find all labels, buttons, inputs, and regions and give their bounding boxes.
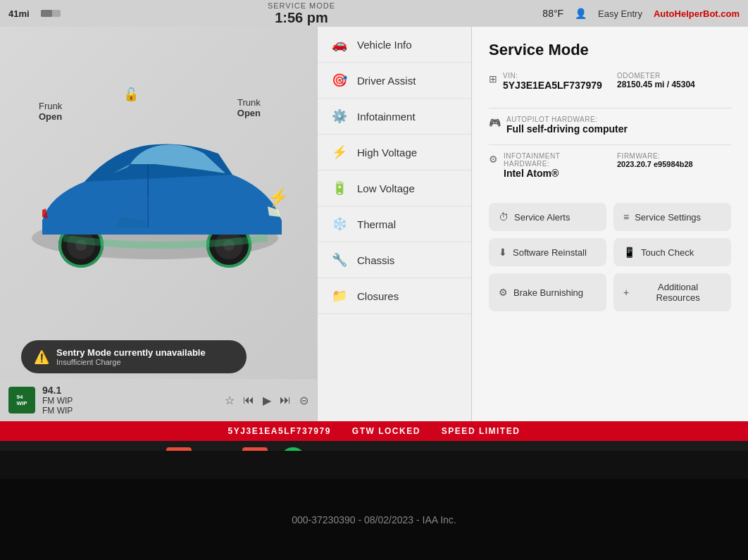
status-speed: SPEED LIMITED: [442, 426, 521, 436]
touch-check-button[interactable]: 📱 Touch Check: [613, 238, 731, 266]
odometer-value: 28150.45 mi / 45304: [617, 80, 731, 89]
play-icon[interactable]: ▶: [263, 394, 271, 407]
driver-assist-label: Driver Assist: [357, 75, 416, 87]
brake-burnishing-label: Brake Burnishing: [513, 287, 583, 298]
menu-item-low-voltage[interactable]: 🔋 Low Voltage: [318, 170, 471, 206]
high-voltage-label: High Voltage: [357, 147, 417, 158]
status-vin: 5YJ3E1EA5LF737979: [228, 426, 331, 436]
alerts-icon: ⏱: [499, 211, 509, 223]
menu-panel: 🚗 Vehicle Info 🎯 Driver Assist ⚙️ Infota…: [317, 27, 472, 421]
autopilot-label: Autopilot Hardware:: [506, 116, 731, 123]
taskbar-back-icon[interactable]: ‹: [52, 447, 77, 451]
taskbar-car-icon[interactable]: 🚗: [14, 447, 39, 451]
sentry-sub: Insufficient Charge: [56, 358, 206, 366]
closures-label: Closures: [357, 290, 399, 302]
status-temp: 88°F: [542, 8, 563, 19]
touch-check-label: Touch Check: [641, 247, 694, 258]
easy-entry-label: Easy Entry: [598, 8, 642, 19]
person-icon: 👤: [575, 8, 587, 19]
service-settings-label: Service Settings: [635, 212, 701, 223]
taskbar-chat-icon[interactable]: 💬: [318, 447, 344, 451]
driver-assist-icon: 🎯: [332, 73, 347, 88]
vin-col: ⊞ VIN: 5YJ3E1EA5LF737979: [489, 72, 603, 101]
menu-item-driver-assist[interactable]: 🎯 Driver Assist: [318, 63, 471, 99]
service-alerts-label: Service Alerts: [514, 212, 570, 223]
warning-icon: ⚠️: [34, 349, 49, 365]
status-center: SERVICE MODE 1:56 pm: [72, 1, 532, 26]
service-panel: Service Mode ⊞ VIN: 5YJ3E1EA5LF737979 Od…: [472, 27, 748, 421]
service-mode-label: SERVICE MODE: [72, 1, 532, 10]
sentry-banner: ⚠️ Sentry Mode currently unavailable Ins…: [21, 340, 247, 373]
firmware-value: 2023.20.7 e95984b28: [617, 160, 731, 168]
vin-value: 5YJ3E1EA5LF737979: [503, 80, 603, 91]
footer-text: 000-37230390 - 08/02/2023 - IAA Inc.: [292, 514, 456, 525]
taskbar-check-icon[interactable]: ✓: [394, 447, 420, 451]
favorite-icon[interactable]: ☆: [225, 394, 235, 407]
tesla-screen: 41mi SERVICE MODE 1:56 pm 88°F 👤 Easy En…: [0, 0, 748, 451]
high-voltage-icon: ⚡: [332, 144, 347, 160]
thermal-icon: ❄️: [332, 216, 347, 232]
low-voltage-label: Low Voltage: [357, 182, 415, 194]
additional-resources-button[interactable]: + Additional Resources: [613, 273, 731, 311]
plus-icon: +: [623, 287, 629, 298]
software-reinstall-label: Software Reinstall: [513, 247, 587, 258]
vehicle-info-icon: 🚗: [332, 37, 347, 52]
firmware-label: Firmware:: [617, 152, 731, 160]
menu-item-vehicle-info[interactable]: 🚗 Vehicle Info: [318, 27, 471, 63]
autopilot-value: Full self-driving computer: [506, 123, 731, 135]
download-icon: ⬇: [499, 247, 507, 258]
infotainment-icon: ⚙️: [332, 108, 347, 124]
vin-label: VIN:: [503, 72, 603, 80]
status-gtw: GTW LOCKED: [352, 426, 420, 436]
software-reinstall-button[interactable]: ⬇ Software Reinstall: [489, 238, 606, 266]
autohelper-label: AutoHelperBot.com: [654, 8, 740, 19]
thermal-label: Thermal: [357, 218, 396, 230]
prev-track-icon[interactable]: ⏮: [243, 394, 254, 406]
odo-col: Odometer 28150.45 mi / 45304: [617, 72, 731, 101]
menu-item-thermal[interactable]: ❄️ Thermal: [318, 206, 471, 242]
radio-bar: 94WIP 94.1 FM WIP FM WIP ☆ ⏮ ▶ ⏭ ⊝: [0, 379, 317, 421]
taskbar-tools-icon[interactable]: 🔧: [166, 447, 192, 451]
taskbar-phone-icon[interactable]: 📞: [356, 447, 382, 451]
touch-icon: 📱: [623, 247, 635, 258]
next-track-icon[interactable]: ⏭: [280, 394, 291, 406]
svg-text:⚡: ⚡: [268, 187, 289, 207]
closures-icon: 📁: [332, 288, 347, 304]
chassis-label: Chassis: [357, 254, 394, 266]
taskbar-more-icon[interactable]: ···: [204, 447, 230, 451]
status-bar: 41mi SERVICE MODE 1:56 pm 88°F 👤 Easy En…: [0, 0, 748, 27]
infotainment-label: Infotainment: [357, 111, 416, 123]
mileage: 41mi: [8, 8, 30, 19]
radio-info: 94.1 FM WIP FM WIP: [42, 385, 73, 416]
settings-icon: ≡: [623, 211, 629, 223]
autopilot-row: 🎮 Autopilot Hardware: Full self-driving …: [489, 116, 731, 135]
chip-icon: ⚙: [489, 154, 498, 165]
brake-icon: ⚙: [499, 287, 508, 298]
taskbar-spotify-icon[interactable]: ♫: [280, 447, 306, 451]
infotainment-hw-value: Intel Atom®: [504, 168, 603, 179]
infotainment-firmware-row: ⚙ Infotainment Hardware: Intel Atom® Fir…: [489, 152, 731, 189]
bottom-info-bar: 000-37230390 - 08/02/2023 - IAA Inc.: [0, 479, 748, 560]
screen-frame: 41mi SERVICE MODE 1:56 pm 88°F 👤 Easy En…: [0, 0, 748, 560]
menu-item-high-voltage[interactable]: ⚡ High Voltage: [318, 135, 471, 170]
infotainment-hw-label: Infotainment Hardware:: [504, 152, 603, 168]
steering-icon: 🎮: [489, 117, 501, 128]
vin-icon: ⊞: [489, 73, 497, 85]
radio-controls[interactable]: ☆ ⏮ ▶ ⏭ ⊝: [225, 394, 308, 407]
menu-item-chassis[interactable]: 🔧 Chassis: [318, 242, 471, 278]
cast-icon[interactable]: ⊝: [299, 394, 308, 407]
service-settings-button[interactable]: ≡ Service Settings: [613, 203, 731, 231]
taskbar-settings-icon[interactable]: ⚙: [90, 447, 116, 451]
service-alerts-button[interactable]: ⏱ Service Alerts: [489, 203, 606, 231]
chassis-icon: 🔧: [332, 252, 347, 268]
service-buttons: ⏱ Service Alerts ≡ Service Settings ⬇ So…: [489, 203, 731, 311]
divider-1: [489, 108, 731, 108]
taskbar-grid-icon[interactable]: ▦: [242, 447, 268, 451]
brake-burnishing-button[interactable]: ⚙ Brake Burnishing: [489, 273, 606, 311]
menu-item-infotainment[interactable]: ⚙️ Infotainment: [318, 99, 471, 135]
low-voltage-icon: 🔋: [332, 180, 347, 196]
taskbar-dots[interactable]: ···: [128, 447, 154, 451]
menu-item-closures[interactable]: 📁 Closures: [318, 278, 471, 314]
service-mode-title: Service Mode: [489, 41, 731, 59]
status-time: 1:56 pm: [72, 10, 532, 26]
